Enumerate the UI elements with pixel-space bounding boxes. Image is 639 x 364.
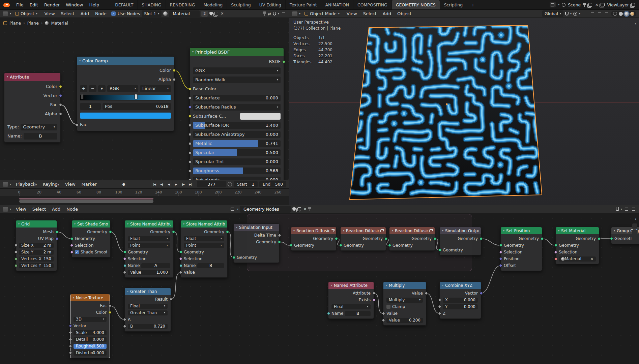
parent-links-icon[interactable]: ⇄ bbox=[268, 11, 271, 16]
dropdown-geometry[interactable]: Geometry▾ bbox=[21, 124, 57, 130]
value-field-vertices-y[interactable]: Vertices Y150 bbox=[19, 263, 54, 268]
value-field-anisotropic[interactable]: Anisotropic0.000 bbox=[193, 177, 281, 180]
text-field-name[interactable]: B bbox=[24, 133, 57, 140]
geometry-socket[interactable] bbox=[335, 237, 338, 240]
stop-position-field[interactable]: Pos0.618 bbox=[103, 103, 171, 110]
dropdown-rgb[interactable]: RGB▾ bbox=[107, 85, 138, 92]
ramp-options-button[interactable]: ▾ bbox=[98, 85, 106, 92]
menu-select[interactable]: Select bbox=[58, 10, 78, 17]
dropdown-linear[interactable]: Linear▾ bbox=[140, 85, 171, 92]
jump-end-button[interactable]: ▶| bbox=[187, 181, 194, 187]
subsurface-radius-socket[interactable] bbox=[188, 105, 192, 109]
overlays-toggle-icon[interactable] bbox=[281, 11, 286, 16]
value-field-value[interactable]: Value0.200 bbox=[386, 318, 423, 323]
editor-type-icon[interactable] bbox=[3, 182, 8, 187]
value-field-distortion[interactable]: Distortion0.000 bbox=[74, 351, 107, 356]
node-header[interactable]: ▾Reaction Diffusio... bbox=[341, 227, 386, 234]
selection-socket[interactable] bbox=[554, 250, 557, 254]
geometry-socket[interactable] bbox=[388, 244, 391, 247]
alpha-socket[interactable] bbox=[59, 112, 62, 115]
dropdown-ggx[interactable]: GGX▾ bbox=[193, 67, 281, 74]
menu-add[interactable]: Add bbox=[78, 10, 92, 17]
prev-keyframe-button[interactable]: ◀| bbox=[158, 181, 165, 187]
snap-magnet-icon[interactable] bbox=[273, 12, 276, 16]
node-link[interactable] bbox=[481, 266, 501, 293]
value-field-vertices-x[interactable]: Vertices X150 bbox=[19, 256, 54, 262]
stop-index-field[interactable]: 1 bbox=[80, 103, 101, 110]
sidebar-toggle[interactable]: ‹ bbox=[635, 21, 637, 27]
base-color-socket[interactable] bbox=[188, 87, 192, 90]
tab-sculpting[interactable]: Sculpting bbox=[227, 0, 255, 9]
selection-socket[interactable] bbox=[179, 257, 182, 261]
geometry-socket[interactable] bbox=[339, 244, 342, 247]
geometry-socket[interactable] bbox=[433, 237, 436, 240]
menu-add[interactable]: Add bbox=[380, 10, 394, 17]
shading-wireframe-icon[interactable] bbox=[613, 12, 617, 16]
node-link[interactable] bbox=[227, 232, 234, 257]
tool-icon[interactable] bbox=[632, 230, 637, 235]
value-field-specular[interactable]: Specular0.500 bbox=[193, 149, 281, 156]
checkbox-shade-smooth[interactable]: ✓ bbox=[75, 250, 79, 254]
tab-animation[interactable]: ANIMATION bbox=[321, 0, 353, 9]
shade-smooth-socket[interactable] bbox=[70, 250, 74, 254]
tab-modeling[interactable]: Modeling bbox=[199, 0, 227, 9]
color-swatch[interactable] bbox=[80, 113, 171, 119]
node-header[interactable]: ▾Principled BSDF bbox=[190, 48, 284, 56]
node-header[interactable]: ▾Set Position bbox=[501, 227, 542, 234]
shading-solid-icon[interactable] bbox=[619, 12, 623, 16]
node-multiply[interactable]: ▾MultiplyValueMultiply▾ClampValueValue0.… bbox=[383, 281, 426, 326]
size-y-socket[interactable] bbox=[14, 251, 18, 254]
size-x-socket[interactable] bbox=[14, 244, 18, 247]
tab-scripting[interactable]: Scripting bbox=[440, 0, 467, 9]
collapse-chevron-icon[interactable]: ▾ bbox=[442, 230, 443, 232]
value-field-detail[interactable]: Detail0.000 bbox=[74, 337, 107, 342]
mode-dropdown[interactable]: Object Mode ▾ bbox=[302, 10, 342, 17]
geometry-socket[interactable] bbox=[123, 251, 126, 254]
node-rd2[interactable]: ▾Reaction Diffusio...GeometryGeometry bbox=[340, 227, 386, 251]
roughness-socket[interactable] bbox=[188, 169, 192, 172]
tool-icon[interactable] bbox=[632, 236, 637, 241]
collapse-chevron-icon[interactable]: ▾ bbox=[331, 284, 332, 287]
colorramp-gradient[interactable] bbox=[80, 95, 171, 100]
node-grid[interactable]: ▾GridMeshUV MapSize X2 mSize Y2 mVertice… bbox=[16, 220, 57, 271]
subsurface-anisotropy-socket[interactable] bbox=[188, 133, 192, 136]
pin-icon[interactable] bbox=[583, 3, 586, 7]
color-socket[interactable] bbox=[59, 85, 62, 88]
proportional-editing-icon[interactable] bbox=[573, 12, 577, 16]
mesh-socket[interactable] bbox=[55, 231, 58, 234]
geometry-socket[interactable] bbox=[232, 256, 235, 259]
geometry-socket[interactable] bbox=[598, 237, 601, 240]
frame-end-field[interactable]: End 500 bbox=[259, 181, 286, 187]
vector-socket[interactable] bbox=[59, 94, 62, 97]
tab-geometry-nodes[interactable]: GEOMETRY NODES bbox=[392, 0, 440, 9]
menu-select[interactable]: Select bbox=[29, 206, 49, 213]
node-header[interactable]: ▾Store Named Attribute bbox=[125, 220, 173, 228]
collapse-chevron-icon[interactable]: ▾ bbox=[293, 230, 295, 232]
collapse-chevron-icon[interactable]: ▾ bbox=[236, 226, 237, 229]
selection-socket[interactable] bbox=[70, 243, 74, 247]
node-ramp[interactable]: ▾Color RampColorAlpha+−▾RGB▾Linear▾1Pos0… bbox=[77, 56, 174, 131]
position-socket[interactable] bbox=[499, 257, 502, 261]
text-field-name[interactable]: A bbox=[141, 263, 170, 268]
material-users-count[interactable]: 2 bbox=[201, 11, 208, 17]
uv-map-socket[interactable] bbox=[55, 237, 58, 240]
options-icon[interactable] bbox=[631, 207, 636, 212]
material-preview-icon[interactable] bbox=[163, 11, 168, 16]
shader-mode-dropdown[interactable]: Object ▾ bbox=[13, 10, 40, 17]
menu-playback[interactable]: Playback▾ bbox=[13, 181, 40, 188]
transform-orientation-dropdown[interactable]: Global ▾ bbox=[542, 10, 563, 17]
geometry-socket[interactable] bbox=[541, 237, 544, 240]
unlink-tree-icon[interactable]: ✕ bbox=[303, 207, 307, 211]
snap-magnet-icon[interactable] bbox=[616, 207, 619, 211]
value-field-specular-tint[interactable]: Specular Tint0.000 bbox=[193, 158, 281, 165]
collapse-chevron-icon[interactable]: ▾ bbox=[127, 223, 128, 225]
node-greater[interactable]: ▾Greater ThanResultFloat▾Greater Than▾AB… bbox=[124, 287, 171, 332]
editor-type-icon[interactable] bbox=[3, 207, 8, 212]
play-reverse-button[interactable]: ◀ bbox=[165, 181, 172, 187]
slot-dropdown[interactable]: Slot 1 ▾ bbox=[142, 10, 162, 17]
dropdown-3d[interactable]: 3D▾ bbox=[74, 317, 107, 322]
fake-user-shield-icon[interactable] bbox=[209, 12, 213, 16]
geometry-socket[interactable] bbox=[172, 231, 175, 234]
viewport-canvas[interactable]: User Perspective (377) Collection | Plan… bbox=[289, 18, 639, 205]
geometry-socket[interactable] bbox=[226, 231, 229, 234]
